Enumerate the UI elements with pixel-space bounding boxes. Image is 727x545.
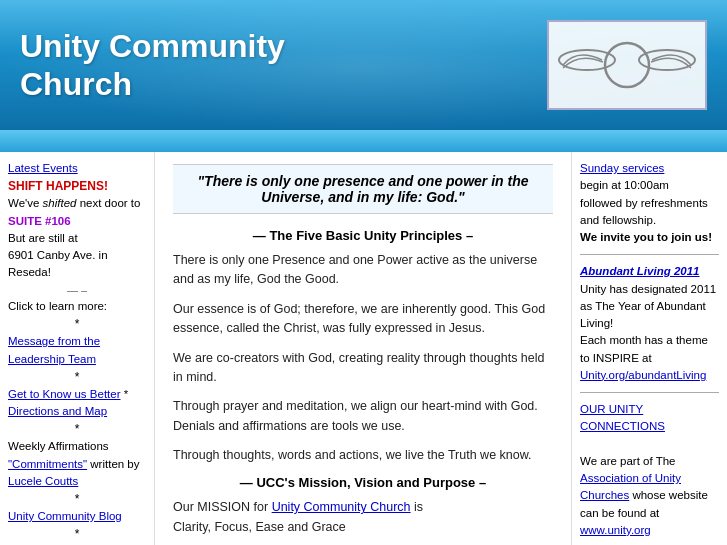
latest-events-title[interactable]: Latest Events	[8, 160, 146, 177]
get-to-know-link[interactable]: Get to Know us Better	[8, 388, 121, 400]
star-3: *	[8, 420, 146, 438]
principle-4: Through prayer and meditation, we align …	[173, 397, 553, 436]
abundant-text-1: Unity has designated 2011 as The Year of…	[580, 283, 716, 330]
star-1: *	[8, 315, 146, 333]
abundant-block: Abundant Living 2011 Unity has designate…	[580, 263, 719, 384]
unity-connections-block: OUR UNITY CONNECTIONS We are part of The…	[580, 401, 719, 545]
sunday-services-block: Sunday services begin at 10:00am followe…	[580, 160, 719, 246]
unity-org-link[interactable]: www.unity.org	[580, 524, 651, 536]
lucele-link[interactable]: Lucele Coutts	[8, 475, 78, 487]
commitments-link[interactable]: "Commitments"	[8, 458, 87, 470]
main-quote: "There is only one presence and one powe…	[173, 164, 553, 214]
principle-5: Through thoughts, words and actions, we …	[173, 446, 553, 465]
right-sidebar: Sunday services begin at 10:00am followe…	[572, 152, 727, 545]
our-unity-connections-link[interactable]: OUR UNITY CONNECTIONS	[580, 403, 665, 432]
logo-svg	[557, 30, 697, 100]
mission-text: Our MISSION for	[173, 500, 268, 514]
mission-heading: — UCC's Mission, Vision and Purpose –	[173, 475, 553, 490]
star-4: *	[8, 490, 146, 508]
abundant-text-2: Each month has a theme to INSPIRE at	[580, 334, 708, 363]
sunday-time: begin at 10:00am	[580, 179, 669, 191]
mission-detail: Clarity, Focus, Ease and Grace	[173, 520, 346, 534]
sunday-after: followed by refreshments and fellowship.	[580, 197, 708, 226]
separator-1: — –	[8, 282, 146, 299]
message-link[interactable]: Message from the Leadership Team	[8, 335, 100, 364]
principles-heading: — The Five Basic Unity Principles –	[173, 228, 553, 243]
mission-paragraph: Our MISSION for Unity Community Church i…	[173, 498, 553, 537]
left-sidebar: Latest Events SHIFT HAPPENS! We've shift…	[0, 152, 155, 545]
shifted-text: We've shifted next door to	[8, 195, 146, 212]
center-content: "There is only one presence and one powe…	[155, 152, 572, 545]
nav-bar	[0, 130, 727, 152]
we-invite-text: We invite you to join us!	[580, 231, 712, 243]
principle-3: We are co-creators with God, creating re…	[173, 349, 553, 388]
latest-events-link[interactable]: Latest Events	[8, 162, 78, 174]
mission-link[interactable]: Unity Community Church	[272, 500, 411, 514]
blog-link-container[interactable]: Unity Community Blog	[8, 508, 146, 525]
principle-1: There is only one Presence and one Power…	[173, 251, 553, 290]
message-link-container[interactable]: Message from the Leadership Team	[8, 333, 146, 368]
asterisk-star: *	[124, 388, 128, 400]
divider-1	[580, 254, 719, 255]
weekly-affirmations-container: Weekly Affirmations "Commitments" writte…	[8, 438, 146, 490]
directions-link[interactable]: Directions and Map	[8, 405, 107, 417]
main-content: Latest Events SHIFT HAPPENS! We've shift…	[0, 152, 727, 545]
get-to-know-container[interactable]: Get to Know us Better * Directions and M…	[8, 386, 146, 421]
address-text: 6901 Canby Ave. in Reseda!	[8, 247, 146, 282]
connections-text-1: We are part of The	[580, 455, 675, 467]
site-title: Unity Community Church	[20, 27, 320, 104]
divider-2	[580, 392, 719, 393]
page-header: Unity Community Church	[0, 0, 727, 130]
mission-suffix: is	[414, 500, 423, 514]
principle-2: Our essence is of God; therefore, we are…	[173, 300, 553, 339]
learn-more-text: Click to learn more:	[8, 298, 146, 315]
abundant-title: Abundant Living 2011	[580, 265, 700, 277]
shift-happens-text: SHIFT HAPPENS!	[8, 177, 146, 195]
site-logo	[547, 20, 707, 110]
star-5: *	[8, 525, 146, 543]
blog-link[interactable]: Unity Community Blog	[8, 510, 122, 522]
abundant-link[interactable]: Unity.org/abundantLiving	[580, 369, 706, 381]
star-2: *	[8, 368, 146, 386]
written-by-text: written by	[90, 458, 139, 470]
sunday-services-link[interactable]: Sunday services	[580, 162, 664, 174]
address-but: But are still at	[8, 230, 146, 247]
weekly-affirmations-label: Weekly Affirmations	[8, 440, 109, 452]
suite-text: SUITE #106	[8, 213, 146, 230]
